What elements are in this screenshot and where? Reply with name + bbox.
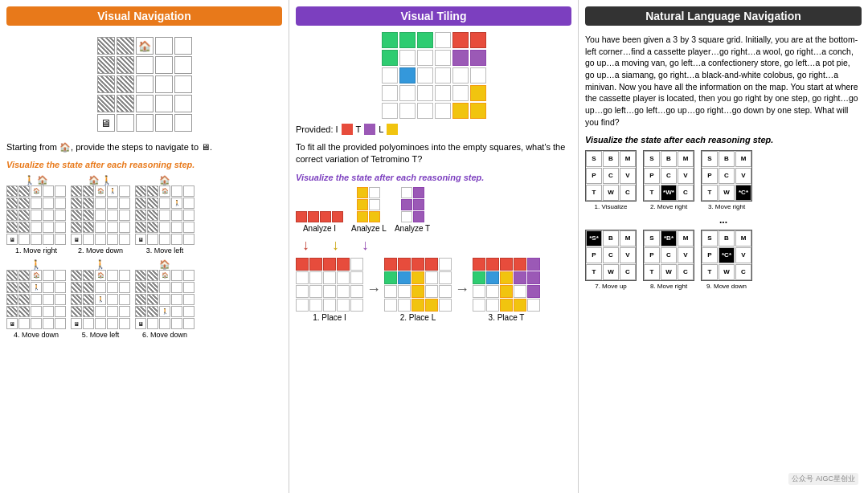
grid-cell	[155, 114, 173, 132]
grid-cell	[136, 75, 154, 93]
grid-cell	[174, 114, 192, 132]
arrow-down-t: ↓	[362, 238, 369, 252]
place-i-label: 1. Place I	[313, 313, 346, 322]
analyze-l-label: Analyze L	[351, 224, 387, 233]
nln-header: Natural Language Navigation	[585, 6, 862, 26]
nln-grid-3: SBM PCV TW*C*	[701, 150, 752, 202]
place-l-label: 2. Place L	[400, 313, 436, 322]
nln-step-7: *S*BM PCV TWC 7. Move up	[585, 230, 637, 290]
reasoning-label-left: Visualize the state after each reasoning…	[6, 160, 282, 169]
step-4: 🚶 🏠 🚶 🖥 4. Move down	[6, 259, 66, 339]
nln-label-1: 1. Visualize	[595, 203, 628, 210]
grid-cell	[155, 56, 173, 74]
step5-label: 5. Move left	[82, 331, 120, 339]
place-steps-row: 1. Place I →	[296, 258, 571, 322]
grid-cell	[136, 56, 154, 74]
dots-separator: ...	[585, 214, 862, 226]
provided-row: Provided: I T L	[296, 124, 571, 135]
step5-grid: 🏠 🚶 🖥	[71, 270, 130, 329]
analyze-t-label: Analyze T	[395, 224, 430, 233]
nln-step-9: SBM P*C*V TWC 9. Move down	[701, 230, 752, 290]
grid-cell	[136, 95, 154, 112]
grid-cell	[155, 75, 173, 93]
visual-tiling-section: Visual Tiling Provided: I T L To fit all…	[289, 0, 579, 493]
nln-text: You have been given a 3 by 3 square grid…	[585, 34, 862, 128]
place-t-label: 3. Place T	[489, 313, 525, 322]
arrow-down-i: ↓	[302, 238, 309, 252]
arrow-right-1: →	[366, 281, 381, 298]
step-2: 🏠🚶 🏠🚶 🖥 2. Move down	[71, 175, 130, 255]
nln-label-3: 3. Move right	[708, 203, 745, 210]
analyze-i: Analyze I	[296, 211, 343, 233]
tiling-question: To fit all the provided polyominoes into…	[296, 141, 571, 166]
swatch-yellow	[387, 124, 398, 135]
reasoning-label-right: Visualize the state after each reasoning…	[585, 135, 862, 145]
visual-navigation-section: Visual Navigation 🏠	[0, 0, 289, 493]
step6-grid: 🏠 🚶 🖥	[135, 270, 194, 329]
nln-step-8: S*B*M PCV TWC 8. Move right	[643, 230, 694, 290]
nln-grid-8: S*B*M PCV TWC	[643, 230, 694, 281]
steps-row-2: 🚶 🏠 🚶 🖥 4. Move down 🚶 🏠 🚶 🖥 5. Move lef…	[6, 259, 282, 339]
visual-nav-header: Visual Navigation	[6, 6, 282, 26]
step1-label: 1. Move right	[15, 246, 57, 255]
grid-cell	[155, 95, 173, 112]
nln-grid-9: SBM P*C*V TWC	[701, 230, 752, 281]
step-6: 🏠 🏠 🚶 🖥 6. Move down	[135, 259, 194, 339]
nav-question: Starting from 🏠, provide the steps to na…	[6, 141, 282, 153]
grid-cell	[117, 95, 134, 112]
nln-row-2: *S*BM PCV TWC 7. Move up S*B*M PCV TWC 8…	[585, 230, 862, 290]
nln-label-2: 2. Move right	[650, 203, 687, 210]
analyze-row: Analyze I Analyze L An	[296, 187, 571, 233]
grid-cell	[97, 95, 115, 112]
step-3: 🏠 🏠 🚶 🖥 3. Move left	[135, 175, 194, 255]
step2-grid: 🏠🚶 🖥	[71, 185, 130, 245]
analyze-l: Analyze L	[351, 187, 387, 233]
watermark-text: 公众号 AIGC星创业	[788, 473, 858, 485]
grid-cell	[117, 114, 134, 132]
nln-grid-1: SBM PCV TWC	[585, 150, 637, 202]
step4-label: 4. Move down	[14, 331, 59, 339]
grid-cell	[174, 75, 192, 93]
nln-label-7: 7. Move up	[595, 283, 627, 290]
grid-cell	[117, 56, 134, 74]
nln-grid-7: *S*BM PCV TWC	[585, 230, 637, 281]
arrows-row: ↓ ↓ ↓	[296, 236, 571, 254]
swatch-red	[342, 124, 353, 135]
nln-grid-2: SBM PCV T*W*C	[643, 150, 694, 202]
grid-cell	[136, 114, 154, 132]
steps-row-1: 🚶🏠 🏠 🖥 1. Move right 🏠🚶 🏠🚶 🖥	[6, 175, 282, 255]
arrow-down-l: ↓	[332, 238, 339, 252]
visual-tiling-header: Visual Tiling	[296, 6, 571, 26]
step3-grid: 🏠 🚶 🖥	[135, 185, 194, 245]
nln-step-1: SBM PCV TWC 1. Visualize	[585, 150, 637, 210]
grid-cell	[97, 75, 115, 93]
step3-label: 3. Move left	[146, 246, 184, 255]
grid-cell	[97, 56, 115, 74]
watermark-area: 公众号 AIGC星创业	[585, 471, 862, 487]
step4-grid: 🏠 🚶 🖥	[6, 270, 66, 329]
nln-step-3: SBM PCV TW*C* 3. Move right	[701, 150, 752, 210]
place-l: 2. Place L	[384, 258, 452, 322]
place-t: 3. Place T	[473, 258, 540, 322]
grid-cell	[117, 75, 134, 93]
step2-label: 2. Move down	[78, 246, 123, 255]
grid-cell	[174, 95, 192, 112]
grid-cell	[174, 56, 192, 74]
main-nav-grid: 🏠 🖥	[97, 37, 192, 132]
nln-label-8: 8. Move right	[650, 283, 687, 290]
grid-cell	[117, 37, 134, 55]
step-5: 🚶 🏠 🚶 🖥 5. Move left	[71, 259, 130, 339]
grid-cell	[155, 37, 173, 55]
arrow-right-2: →	[455, 281, 469, 298]
natural-language-section: Natural Language Navigation You have bee…	[579, 0, 868, 493]
grid-cell	[174, 37, 192, 55]
step6-label: 6. Move down	[142, 331, 187, 339]
nln-row-1: SBM PCV TWC 1. Visualize SBM PCV T*W*C 2…	[585, 150, 862, 210]
reasoning-label-mid: Visualize the state after each reasoning…	[296, 173, 571, 182]
nln-label-9: 9. Move down	[706, 283, 747, 290]
analyze-i-label: Analyze I	[303, 224, 336, 233]
step1-grid: 🏠 🖥	[6, 185, 66, 245]
grid-cell: 🏠	[136, 37, 154, 55]
nln-step-2: SBM PCV T*W*C 2. Move right	[643, 150, 694, 210]
grid-cell: 🖥	[97, 114, 115, 132]
